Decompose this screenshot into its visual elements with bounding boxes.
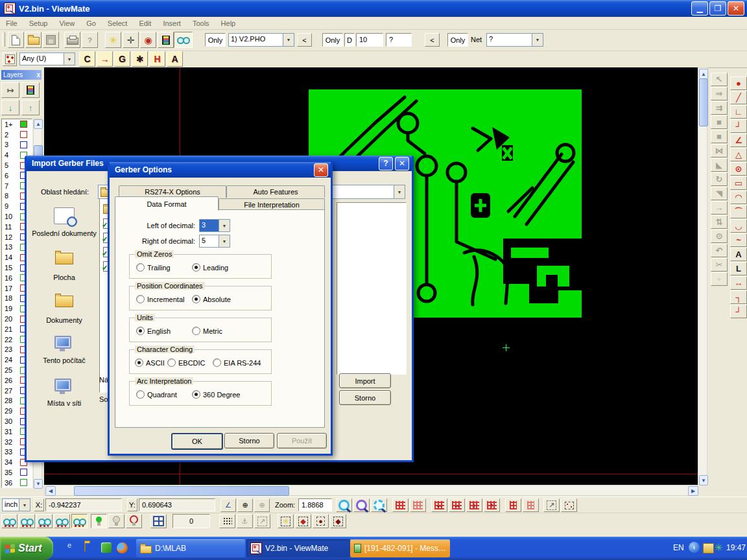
zoom-window-button[interactable] xyxy=(371,498,387,512)
move-pad-button[interactable]: → xyxy=(711,201,728,215)
open-file-button[interactable] xyxy=(25,32,42,48)
gerber-dialog-titlebar[interactable]: Gerber Options ✕ xyxy=(110,162,331,178)
flash-bright-button[interactable]: ✳ xyxy=(278,514,294,528)
nudge-button[interactable]: ⇅ xyxy=(711,215,728,229)
layer-up-button[interactable]: ↑ xyxy=(21,100,40,115)
select-trace-tool-button[interactable]: → xyxy=(97,51,113,67)
menu-item-setup[interactable]: Setup xyxy=(23,18,54,29)
pan-left-button[interactable]: ← xyxy=(431,498,447,512)
spur-tool-button[interactable]: ┘ xyxy=(730,305,747,318)
flash-dark-diamond-button[interactable]: ◆ xyxy=(330,514,346,528)
menu-item-help[interactable]: Help xyxy=(215,18,242,29)
radio-trailing[interactable]: Trailing xyxy=(136,263,171,272)
copy-feature-button[interactable]: ⇉ xyxy=(711,101,728,115)
corner-tool-button[interactable]: ┘ xyxy=(730,119,747,133)
angle-arc-tool-button[interactable]: ∠ xyxy=(730,134,747,147)
layer-color-swatch[interactable] xyxy=(20,141,27,148)
scroll-left-icon[interactable]: ◀ xyxy=(45,486,56,496)
import-button[interactable]: Import xyxy=(339,373,391,388)
lamp-off-button[interactable] xyxy=(108,514,124,528)
tray-collapse-icon[interactable]: ‹ xyxy=(689,542,700,553)
view-options-button[interactable] xyxy=(174,32,193,48)
prev-layer-button[interactable]: < xyxy=(297,33,312,47)
pan-up-button[interactable]: ↑ xyxy=(484,498,500,512)
radio-absolute[interactable]: Absolute xyxy=(192,295,231,303)
task-button-3[interactable]: [191-482-091] - Mess… xyxy=(350,539,450,557)
dock-layer-button[interactable]: ↦ xyxy=(1,82,19,98)
zoom-value-input[interactable]: 1.8868 xyxy=(298,498,332,511)
tray-language[interactable]: EN xyxy=(673,543,684,552)
quick-launch-folder-icon[interactable] xyxy=(84,543,86,551)
menu-item-edit[interactable]: Edit xyxy=(133,18,157,29)
cut-region-button[interactable]: ✂ xyxy=(711,258,728,272)
film-colors-button[interactable] xyxy=(158,32,174,48)
minimize-button[interactable]: ▁ xyxy=(691,1,708,16)
place-item-5[interactable]: Místa v síti xyxy=(32,379,97,407)
scroll-right-icon[interactable]: ▶ xyxy=(688,486,698,496)
radio-metric[interactable]: Metric xyxy=(192,327,222,335)
view-highlight-button[interactable] xyxy=(71,514,88,528)
close-icon[interactable]: x xyxy=(36,71,40,78)
sketch-tool-button[interactable]: ~ xyxy=(730,233,747,247)
lamp-outline-button[interactable] xyxy=(126,514,142,528)
scale-feature-button[interactable]: ◥ xyxy=(711,187,728,200)
only-dcode-toggle[interactable]: Only xyxy=(322,33,343,47)
right-of-decimal-combo[interactable]: 5 ▼ xyxy=(199,235,230,248)
view-all-button[interactable] xyxy=(1,514,18,528)
scroll-down-icon[interactable]: ▼ xyxy=(699,475,708,485)
light-fill-button[interactable]: ■ xyxy=(711,130,728,143)
layer-color-swatch[interactable] xyxy=(20,121,27,128)
scroll-up-icon[interactable]: ▲ xyxy=(34,119,43,129)
place-item-2[interactable]: Plocha xyxy=(32,250,97,281)
settings-gear-button[interactable]: ⚙ xyxy=(711,229,728,243)
tray-note-icon[interactable] xyxy=(703,543,714,554)
menu-item-insert[interactable]: Insert xyxy=(157,18,187,29)
menu-item-tools[interactable]: Tools xyxy=(187,18,215,29)
zoom-grid-button[interactable] xyxy=(353,498,370,512)
print-button[interactable] xyxy=(64,32,80,48)
film-layers-button[interactable] xyxy=(21,82,40,98)
place-item-4[interactable]: Tento počítač xyxy=(32,336,97,364)
undo-shape-button[interactable]: ↶ xyxy=(711,244,728,257)
apply-button[interactable]: Použít xyxy=(277,433,327,449)
mirror-vertical-button[interactable]: ◣ xyxy=(711,158,728,172)
radio-ascii[interactable]: ASCII xyxy=(135,358,165,367)
grid-b-button[interactable] xyxy=(523,498,539,512)
select-net-tool-button[interactable]: H xyxy=(149,51,165,67)
prev-dcode-button[interactable]: < xyxy=(425,33,440,47)
dimension-tool-button[interactable]: ↔ xyxy=(730,276,747,290)
pad-tool-button[interactable]: ● xyxy=(730,76,747,90)
layer-row[interactable]: 3 xyxy=(2,140,32,150)
only-net-toggle[interactable]: Only xyxy=(447,33,468,47)
layer-down-button[interactable]: ↓ xyxy=(1,100,19,115)
grid-toggle-button[interactable] xyxy=(392,498,409,512)
left-of-decimal-combo[interactable]: 3 ▼ xyxy=(199,219,230,232)
layer-row[interactable]: 36 xyxy=(2,478,32,488)
new-file-button[interactable] xyxy=(8,32,24,48)
elbow-tool-button[interactable]: ┐ xyxy=(730,290,747,304)
layer-row[interactable]: 35 xyxy=(2,467,32,478)
grid-a-button[interactable] xyxy=(505,498,521,512)
place-item-1[interactable]: Poslední dokumenty xyxy=(32,207,97,237)
layer-row[interactable]: 1+ xyxy=(2,119,32,130)
net-combo[interactable]: ?▼ xyxy=(486,33,543,47)
snap-grid-button[interactable] xyxy=(219,514,235,528)
snap-dot-button[interactable]: ◦ xyxy=(711,272,728,286)
menu-item-file[interactable]: File xyxy=(0,18,23,29)
polyline-tool-button[interactable]: ∟ xyxy=(730,105,747,119)
radio-incremental[interactable]: Incremental xyxy=(136,295,184,303)
scrollbar-thumb[interactable] xyxy=(699,78,708,126)
dcode-query-field[interactable]: ? xyxy=(386,33,412,47)
chord-tool-button[interactable]: ◠ xyxy=(730,191,747,204)
layer-color-swatch[interactable] xyxy=(20,469,27,476)
measure-diagonal-button[interactable]: ↗ xyxy=(543,498,560,512)
radio-quadrant[interactable]: Quadrant xyxy=(136,390,177,399)
circle-tool-button[interactable]: ⊙ xyxy=(730,162,747,176)
view-selected-button[interactable] xyxy=(54,514,70,528)
help-button[interactable]: ? xyxy=(379,157,393,170)
select-mode-button[interactable] xyxy=(3,52,17,66)
triangle-tool-button[interactable]: △ xyxy=(730,148,747,161)
layer-color-swatch[interactable] xyxy=(20,131,27,138)
quick-launch-book-icon[interactable] xyxy=(101,542,112,553)
pan-down-button[interactable]: ↓ xyxy=(466,498,482,512)
